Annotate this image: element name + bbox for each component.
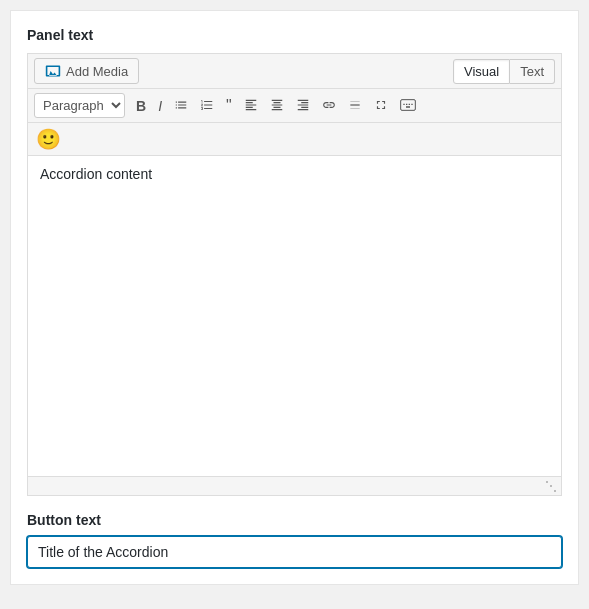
tab-text[interactable]: Text: [510, 59, 555, 84]
add-media-button[interactable]: Add Media: [34, 58, 139, 84]
media-icon: [45, 63, 61, 79]
add-media-label: Add Media: [66, 64, 128, 79]
emoji-icon[interactable]: 🙂: [36, 128, 61, 150]
emoji-row: 🙂: [28, 123, 561, 156]
editor-text: Accordion content: [40, 166, 152, 182]
button-text-label: Button text: [27, 512, 562, 528]
editor-topbar: Add Media Visual Text: [28, 54, 561, 89]
paragraph-select[interactable]: Paragraph: [34, 93, 125, 118]
editor-resize-handle: ⋱: [28, 476, 561, 495]
svg-rect-0: [400, 99, 415, 110]
fullscreen-button[interactable]: [369, 95, 393, 117]
italic-button[interactable]: I: [153, 96, 167, 116]
editor-toolbar: Paragraph B I ": [28, 89, 561, 123]
keyboard-button[interactable]: [395, 96, 421, 116]
resize-dots: ⋱: [545, 479, 557, 493]
editor-wrapper: Add Media Visual Text Paragraph B I ": [27, 53, 562, 496]
link-button[interactable]: [317, 95, 341, 117]
view-tabs: Visual Text: [453, 59, 555, 84]
ordered-list-button[interactable]: [195, 95, 219, 117]
blockquote-button[interactable]: ": [221, 95, 237, 117]
panel-container: Panel text Add Media Visual Text Paragra…: [10, 10, 579, 585]
horizontal-rule-button[interactable]: [343, 95, 367, 117]
unordered-list-button[interactable]: [169, 95, 193, 117]
button-text-input[interactable]: [27, 536, 562, 568]
align-left-button[interactable]: [239, 95, 263, 117]
align-right-button[interactable]: [291, 95, 315, 117]
align-center-button[interactable]: [265, 95, 289, 117]
bold-button[interactable]: B: [131, 96, 151, 116]
editor-content-area[interactable]: Accordion content: [28, 156, 561, 476]
tab-visual[interactable]: Visual: [453, 59, 510, 84]
panel-label: Panel text: [27, 27, 562, 43]
